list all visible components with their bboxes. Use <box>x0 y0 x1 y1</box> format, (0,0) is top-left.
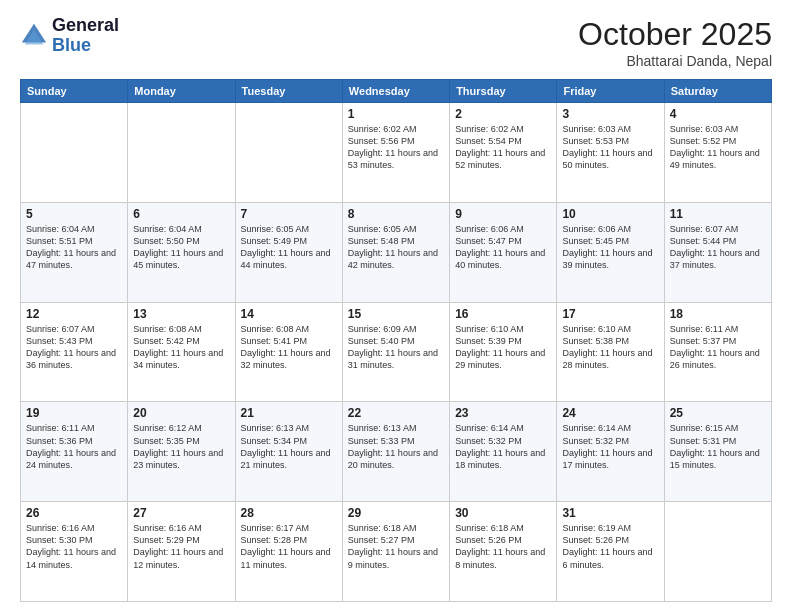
day-cell: 26Sunrise: 6:16 AM Sunset: 5:30 PM Dayli… <box>21 502 128 602</box>
day-cell: 17Sunrise: 6:10 AM Sunset: 5:38 PM Dayli… <box>557 302 664 402</box>
day-info: Sunrise: 6:13 AM Sunset: 5:33 PM Dayligh… <box>348 422 444 471</box>
day-number: 29 <box>348 506 444 520</box>
day-info: Sunrise: 6:03 AM Sunset: 5:53 PM Dayligh… <box>562 123 658 172</box>
day-cell: 1Sunrise: 6:02 AM Sunset: 5:56 PM Daylig… <box>342 103 449 203</box>
title-block: October 2025 Bhattarai Danda, Nepal <box>578 16 772 69</box>
day-number: 5 <box>26 207 122 221</box>
day-number: 18 <box>670 307 766 321</box>
day-number: 1 <box>348 107 444 121</box>
day-cell: 20Sunrise: 6:12 AM Sunset: 5:35 PM Dayli… <box>128 402 235 502</box>
week-row-2: 5Sunrise: 6:04 AM Sunset: 5:51 PM Daylig… <box>21 202 772 302</box>
day-cell: 18Sunrise: 6:11 AM Sunset: 5:37 PM Dayli… <box>664 302 771 402</box>
day-cell: 24Sunrise: 6:14 AM Sunset: 5:32 PM Dayli… <box>557 402 664 502</box>
week-row-4: 19Sunrise: 6:11 AM Sunset: 5:36 PM Dayli… <box>21 402 772 502</box>
weekday-header-saturday: Saturday <box>664 80 771 103</box>
day-cell: 5Sunrise: 6:04 AM Sunset: 5:51 PM Daylig… <box>21 202 128 302</box>
day-cell: 8Sunrise: 6:05 AM Sunset: 5:48 PM Daylig… <box>342 202 449 302</box>
day-number: 17 <box>562 307 658 321</box>
day-number: 9 <box>455 207 551 221</box>
day-info: Sunrise: 6:07 AM Sunset: 5:44 PM Dayligh… <box>670 223 766 272</box>
logo-line1: General <box>52 16 119 36</box>
header: General Blue October 2025 Bhattarai Dand… <box>20 16 772 69</box>
day-cell: 4Sunrise: 6:03 AM Sunset: 5:52 PM Daylig… <box>664 103 771 203</box>
weekday-header-tuesday: Tuesday <box>235 80 342 103</box>
weekday-header-row: SundayMondayTuesdayWednesdayThursdayFrid… <box>21 80 772 103</box>
day-cell: 14Sunrise: 6:08 AM Sunset: 5:41 PM Dayli… <box>235 302 342 402</box>
day-info: Sunrise: 6:10 AM Sunset: 5:38 PM Dayligh… <box>562 323 658 372</box>
day-info: Sunrise: 6:08 AM Sunset: 5:41 PM Dayligh… <box>241 323 337 372</box>
logo-icon <box>20 22 48 50</box>
logo-line2: Blue <box>52 36 119 56</box>
day-number: 14 <box>241 307 337 321</box>
day-cell: 31Sunrise: 6:19 AM Sunset: 5:26 PM Dayli… <box>557 502 664 602</box>
logo: General Blue <box>20 16 119 56</box>
week-row-3: 12Sunrise: 6:07 AM Sunset: 5:43 PM Dayli… <box>21 302 772 402</box>
day-info: Sunrise: 6:10 AM Sunset: 5:39 PM Dayligh… <box>455 323 551 372</box>
day-cell <box>235 103 342 203</box>
day-info: Sunrise: 6:04 AM Sunset: 5:51 PM Dayligh… <box>26 223 122 272</box>
day-number: 21 <box>241 406 337 420</box>
day-number: 22 <box>348 406 444 420</box>
day-cell: 16Sunrise: 6:10 AM Sunset: 5:39 PM Dayli… <box>450 302 557 402</box>
day-cell: 11Sunrise: 6:07 AM Sunset: 5:44 PM Dayli… <box>664 202 771 302</box>
day-info: Sunrise: 6:03 AM Sunset: 5:52 PM Dayligh… <box>670 123 766 172</box>
weekday-header-thursday: Thursday <box>450 80 557 103</box>
day-cell: 27Sunrise: 6:16 AM Sunset: 5:29 PM Dayli… <box>128 502 235 602</box>
day-cell <box>664 502 771 602</box>
week-row-1: 1Sunrise: 6:02 AM Sunset: 5:56 PM Daylig… <box>21 103 772 203</box>
week-row-5: 26Sunrise: 6:16 AM Sunset: 5:30 PM Dayli… <box>21 502 772 602</box>
day-info: Sunrise: 6:12 AM Sunset: 5:35 PM Dayligh… <box>133 422 229 471</box>
day-number: 28 <box>241 506 337 520</box>
day-info: Sunrise: 6:05 AM Sunset: 5:48 PM Dayligh… <box>348 223 444 272</box>
day-info: Sunrise: 6:14 AM Sunset: 5:32 PM Dayligh… <box>562 422 658 471</box>
day-cell: 3Sunrise: 6:03 AM Sunset: 5:53 PM Daylig… <box>557 103 664 203</box>
day-info: Sunrise: 6:05 AM Sunset: 5:49 PM Dayligh… <box>241 223 337 272</box>
day-cell: 12Sunrise: 6:07 AM Sunset: 5:43 PM Dayli… <box>21 302 128 402</box>
day-cell: 2Sunrise: 6:02 AM Sunset: 5:54 PM Daylig… <box>450 103 557 203</box>
day-info: Sunrise: 6:09 AM Sunset: 5:40 PM Dayligh… <box>348 323 444 372</box>
day-cell: 7Sunrise: 6:05 AM Sunset: 5:49 PM Daylig… <box>235 202 342 302</box>
day-number: 10 <box>562 207 658 221</box>
day-cell: 9Sunrise: 6:06 AM Sunset: 5:47 PM Daylig… <box>450 202 557 302</box>
day-info: Sunrise: 6:13 AM Sunset: 5:34 PM Dayligh… <box>241 422 337 471</box>
day-info: Sunrise: 6:16 AM Sunset: 5:30 PM Dayligh… <box>26 522 122 571</box>
day-cell <box>128 103 235 203</box>
day-cell: 13Sunrise: 6:08 AM Sunset: 5:42 PM Dayli… <box>128 302 235 402</box>
day-info: Sunrise: 6:11 AM Sunset: 5:36 PM Dayligh… <box>26 422 122 471</box>
day-number: 30 <box>455 506 551 520</box>
day-cell: 30Sunrise: 6:18 AM Sunset: 5:26 PM Dayli… <box>450 502 557 602</box>
day-number: 6 <box>133 207 229 221</box>
day-info: Sunrise: 6:11 AM Sunset: 5:37 PM Dayligh… <box>670 323 766 372</box>
day-number: 11 <box>670 207 766 221</box>
day-number: 3 <box>562 107 658 121</box>
day-number: 24 <box>562 406 658 420</box>
day-number: 31 <box>562 506 658 520</box>
day-info: Sunrise: 6:18 AM Sunset: 5:27 PM Dayligh… <box>348 522 444 571</box>
day-cell: 29Sunrise: 6:18 AM Sunset: 5:27 PM Dayli… <box>342 502 449 602</box>
calendar-title: October 2025 <box>578 16 772 53</box>
day-info: Sunrise: 6:17 AM Sunset: 5:28 PM Dayligh… <box>241 522 337 571</box>
day-cell: 19Sunrise: 6:11 AM Sunset: 5:36 PM Dayli… <box>21 402 128 502</box>
page: General Blue October 2025 Bhattarai Dand… <box>0 0 792 612</box>
calendar-subtitle: Bhattarai Danda, Nepal <box>578 53 772 69</box>
calendar-table: SundayMondayTuesdayWednesdayThursdayFrid… <box>20 79 772 602</box>
day-cell <box>21 103 128 203</box>
day-info: Sunrise: 6:06 AM Sunset: 5:45 PM Dayligh… <box>562 223 658 272</box>
day-number: 20 <box>133 406 229 420</box>
day-cell: 25Sunrise: 6:15 AM Sunset: 5:31 PM Dayli… <box>664 402 771 502</box>
day-cell: 15Sunrise: 6:09 AM Sunset: 5:40 PM Dayli… <box>342 302 449 402</box>
logo-text: General Blue <box>52 16 119 56</box>
day-info: Sunrise: 6:16 AM Sunset: 5:29 PM Dayligh… <box>133 522 229 571</box>
day-number: 13 <box>133 307 229 321</box>
day-info: Sunrise: 6:15 AM Sunset: 5:31 PM Dayligh… <box>670 422 766 471</box>
day-number: 4 <box>670 107 766 121</box>
weekday-header-friday: Friday <box>557 80 664 103</box>
day-number: 7 <box>241 207 337 221</box>
day-cell: 22Sunrise: 6:13 AM Sunset: 5:33 PM Dayli… <box>342 402 449 502</box>
day-number: 26 <box>26 506 122 520</box>
day-info: Sunrise: 6:18 AM Sunset: 5:26 PM Dayligh… <box>455 522 551 571</box>
weekday-header-sunday: Sunday <box>21 80 128 103</box>
day-info: Sunrise: 6:02 AM Sunset: 5:56 PM Dayligh… <box>348 123 444 172</box>
day-number: 16 <box>455 307 551 321</box>
day-number: 27 <box>133 506 229 520</box>
